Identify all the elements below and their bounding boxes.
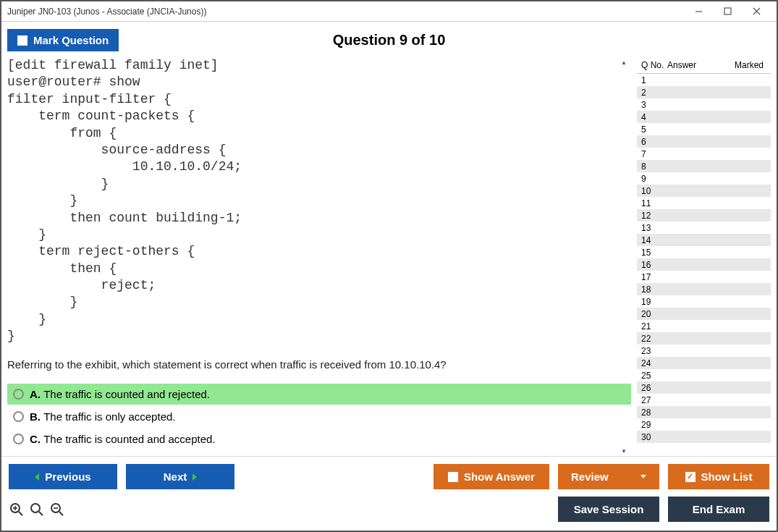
header-row: Mark Question Question 9 of 10	[1, 22, 777, 57]
question-list[interactable]: 1234567891011121314151617181920212223242…	[637, 74, 771, 456]
question-number: 1	[637, 75, 666, 85]
question-list-row[interactable]: 30	[637, 431, 771, 443]
question-list-row[interactable]: 2	[637, 86, 771, 98]
chevron-right-icon	[193, 473, 197, 481]
col-qno: Q No.	[638, 60, 667, 70]
question-list-row[interactable]: 28	[637, 406, 771, 418]
end-exam-button[interactable]: End Exam	[668, 497, 769, 522]
scroll-up-icon[interactable]: ▲	[618, 57, 630, 67]
question-list-row[interactable]: 24	[637, 357, 771, 369]
svg-point-8	[31, 504, 40, 512]
question-number: 25	[637, 371, 666, 381]
question-list-row[interactable]: 25	[637, 369, 771, 381]
question-number: 9	[637, 174, 666, 184]
titlebar: Juniper JN0-103 (Junos - Associate (JNCI…	[1, 1, 777, 22]
answer-option[interactable]: A. The traffic is counted and rejected.	[7, 384, 631, 405]
question-list-row[interactable]: 8	[637, 160, 771, 172]
show-list-button[interactable]: ✓ Show List	[668, 464, 769, 489]
col-marked: Marked	[729, 60, 769, 70]
question-list-row[interactable]: 9	[637, 172, 771, 185]
question-list-row[interactable]: 27	[637, 394, 771, 406]
exhibit-code: [edit firewall family inet] user@router#…	[7, 57, 631, 345]
review-label: Review	[571, 470, 609, 483]
save-session-button[interactable]: Save Session	[558, 497, 659, 522]
question-number: 8	[637, 161, 666, 172]
close-button[interactable]	[742, 4, 771, 20]
question-list-row[interactable]: 29	[637, 418, 771, 431]
question-list-row[interactable]: 16	[637, 258, 771, 271]
answer-option[interactable]: D. The traffic is only rejected.	[7, 451, 631, 456]
question-number: 7	[637, 149, 666, 159]
question-list-row[interactable]: 11	[637, 197, 771, 209]
question-scroll: ▲ ▼ [edit firewall family inet] user@rou…	[7, 57, 631, 456]
previous-label: Previous	[45, 470, 90, 483]
question-number: 26	[637, 383, 666, 393]
question-list-row[interactable]: 4	[637, 111, 771, 123]
question-list-row[interactable]: 1	[637, 74, 771, 86]
question-list-row[interactable]: 3	[637, 98, 771, 111]
minimize-button[interactable]	[684, 4, 713, 20]
question-list-row[interactable]: 23	[637, 345, 771, 357]
question-list-row[interactable]: 6	[637, 135, 771, 148]
question-number: 22	[637, 334, 666, 344]
col-answer: Answer	[667, 60, 729, 70]
radio-icon	[13, 434, 24, 444]
zoom-reset-icon[interactable]	[29, 502, 45, 518]
footer-row-1: Previous Next Show Answer Review ✓ Show …	[9, 464, 769, 489]
question-list-row[interactable]: 18	[637, 283, 771, 295]
app-window: Juniper JN0-103 (Junos - Associate (JNCI…	[0, 0, 778, 532]
question-prompt: Referring to the exhibit, which statemen…	[7, 358, 631, 371]
question-number: 15	[637, 248, 666, 258]
show-answer-label: Show Answer	[464, 470, 535, 483]
question-list-row[interactable]: 10	[637, 185, 771, 197]
svg-line-5	[19, 512, 22, 515]
question-list-row[interactable]: 7	[637, 148, 771, 160]
question-list-row[interactable]: 22	[637, 332, 771, 345]
question-pane: ▲ ▼ [edit firewall family inet] user@rou…	[7, 57, 631, 456]
question-list-row[interactable]: 5	[637, 123, 771, 135]
maximize-button[interactable]	[713, 4, 742, 20]
review-button[interactable]: Review	[558, 464, 659, 489]
question-number: 3	[637, 100, 666, 110]
svg-line-11	[59, 512, 63, 515]
option-text: B. The traffic is only accepted.	[30, 410, 176, 423]
checkbox-icon	[17, 35, 28, 46]
option-text: C. The traffic is counted and accepted.	[30, 433, 216, 445]
chevron-left-icon	[35, 473, 39, 481]
question-list-row[interactable]: 26	[637, 381, 771, 394]
zoom-in-icon[interactable]	[9, 502, 25, 518]
show-answer-button[interactable]: Show Answer	[434, 464, 549, 489]
question-list-row[interactable]: 20	[637, 308, 771, 320]
previous-button[interactable]: Previous	[9, 464, 117, 489]
footer-row-2: Save Session End Exam	[9, 497, 769, 522]
window-title: Juniper JN0-103 (Junos - Associate (JNCI…	[7, 7, 684, 17]
question-list-row[interactable]: 21	[637, 320, 771, 332]
window-controls	[684, 4, 771, 20]
question-list-row[interactable]: 15	[637, 246, 771, 258]
question-number: 17	[637, 272, 666, 282]
answer-option[interactable]: C. The traffic is counted and accepted.	[7, 428, 631, 449]
zoom-out-icon[interactable]	[49, 502, 65, 518]
scroll-down-icon[interactable]: ▼	[618, 446, 630, 456]
question-number: 5	[637, 124, 666, 135]
svg-rect-1	[724, 8, 731, 14]
next-button[interactable]: Next	[126, 464, 234, 489]
question-list-row[interactable]: 12	[637, 209, 771, 221]
question-list-row[interactable]: 14	[637, 234, 771, 246]
question-list-header: Q No. Answer Marked	[637, 57, 771, 74]
question-list-row[interactable]: 17	[637, 271, 771, 283]
question-number: 16	[637, 260, 666, 270]
question-list-row[interactable]: 19	[637, 295, 771, 308]
chevron-down-icon	[640, 475, 646, 478]
mark-question-button[interactable]: Mark Question	[7, 29, 119, 51]
question-list-row[interactable]: 13	[637, 221, 771, 234]
question-number: 30	[637, 432, 666, 442]
question-number: 13	[637, 223, 666, 233]
question-number: 23	[637, 346, 666, 356]
question-number: 11	[637, 198, 666, 208]
answer-option[interactable]: B. The traffic is only accepted.	[7, 406, 631, 427]
scroll-indicators: ▲ ▼	[618, 57, 630, 456]
question-number: 24	[637, 358, 666, 368]
option-text: D. The traffic is only rejected.	[30, 455, 170, 456]
next-label: Next	[164, 470, 187, 483]
